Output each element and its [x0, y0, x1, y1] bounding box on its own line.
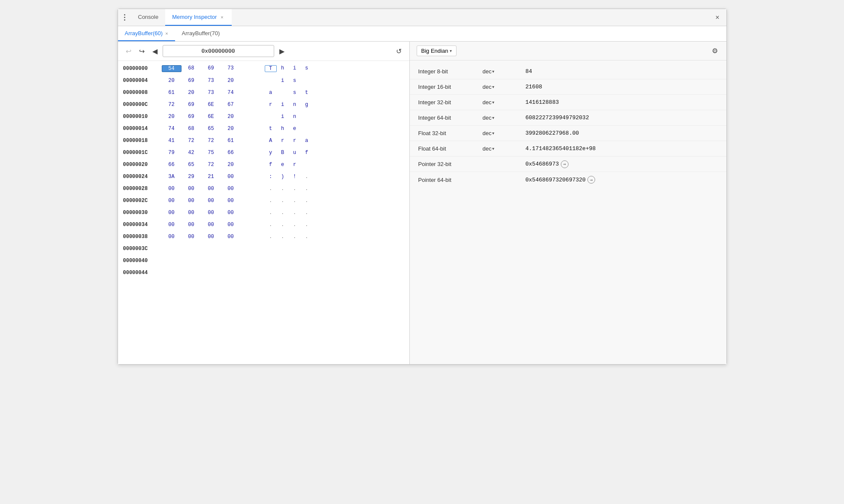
mem-byte[interactable]: 00: [182, 234, 201, 240]
refresh-button[interactable]: ↺: [393, 45, 404, 57]
mem-byte[interactable]: 74: [162, 126, 182, 132]
mem-char[interactable]: h: [277, 126, 289, 132]
mem-char[interactable]: i: [289, 65, 301, 72]
mem-char[interactable]: T: [265, 65, 277, 72]
mem-byte[interactable]: 72: [182, 138, 201, 144]
mem-byte[interactable]: 00: [221, 234, 241, 240]
forward-button[interactable]: ↪: [136, 45, 147, 57]
mem-char[interactable]: i: [277, 102, 289, 108]
mem-byte[interactable]: 73: [201, 78, 221, 84]
mem-byte[interactable]: 72: [201, 162, 221, 168]
prev-address-button[interactable]: ◀: [150, 45, 160, 57]
mem-char[interactable]: u: [289, 150, 301, 156]
mem-char[interactable]: i: [277, 114, 289, 120]
mem-byte[interactable]: 00: [221, 186, 241, 192]
tab-arraybuffer-70[interactable]: ArrayBuffer(70): [175, 26, 227, 41]
mem-char[interactable]: f: [265, 162, 277, 168]
mem-byte[interactable]: 00: [221, 222, 241, 228]
mem-byte[interactable]: 20: [221, 114, 241, 120]
mem-char[interactable]: f: [301, 150, 313, 156]
mem-byte[interactable]: 61: [162, 90, 182, 96]
mem-byte[interactable]: 00: [162, 210, 182, 216]
mem-byte[interactable]: 20: [162, 78, 182, 84]
mem-char[interactable]: [277, 90, 289, 96]
mem-char[interactable]: s: [301, 65, 313, 72]
mem-char[interactable]: .: [277, 234, 289, 240]
mem-char[interactable]: .: [265, 198, 277, 204]
mem-byte[interactable]: 00: [201, 234, 221, 240]
mem-byte[interactable]: 00: [162, 198, 182, 204]
endian-select[interactable]: Big Endian ▾: [417, 45, 457, 56]
mem-char[interactable]: e: [289, 126, 301, 132]
next-address-button[interactable]: ▶: [277, 45, 287, 57]
mem-byte[interactable]: 00: [182, 210, 201, 216]
mem-byte[interactable]: 73: [201, 90, 221, 96]
mem-byte[interactable]: 20: [221, 126, 241, 132]
value-format-int8[interactable]: dec▾: [483, 68, 517, 75]
mem-byte[interactable]: 54: [162, 65, 182, 72]
mem-char[interactable]: .: [265, 210, 277, 216]
value-format-float64[interactable]: dec▾: [483, 145, 517, 152]
mem-char[interactable]: [301, 126, 313, 132]
mem-char[interactable]: r: [265, 102, 277, 108]
mem-byte[interactable]: 68: [182, 126, 201, 132]
mem-byte[interactable]: 69: [182, 78, 201, 84]
value-format-int32[interactable]: dec▾: [483, 99, 517, 106]
mem-char[interactable]: n: [289, 102, 301, 108]
mem-char[interactable]: r: [277, 138, 289, 144]
mem-byte[interactable]: 65: [201, 126, 221, 132]
mem-char[interactable]: .: [265, 234, 277, 240]
mem-byte[interactable]: 00: [182, 186, 201, 192]
mem-byte[interactable]: 00: [221, 174, 241, 180]
value-format-float32[interactable]: dec▾: [483, 130, 517, 136]
mem-byte[interactable]: 69: [201, 65, 221, 72]
mem-byte[interactable]: 00: [201, 198, 221, 204]
mem-byte[interactable]: 20: [162, 114, 182, 120]
mem-byte[interactable]: 72: [201, 138, 221, 144]
mem-char[interactable]: .: [301, 174, 313, 180]
mem-char[interactable]: r: [289, 138, 301, 144]
mem-byte[interactable]: 68: [182, 65, 201, 72]
mem-char[interactable]: .: [277, 198, 289, 204]
mem-byte[interactable]: 66: [221, 150, 241, 156]
mem-char[interactable]: a: [301, 138, 313, 144]
mem-char[interactable]: .: [289, 234, 301, 240]
mem-char[interactable]: .: [301, 210, 313, 216]
mem-char[interactable]: t: [301, 90, 313, 96]
mem-byte[interactable]: 21: [201, 174, 221, 180]
mem-char[interactable]: .: [277, 222, 289, 228]
mem-char[interactable]: h: [277, 65, 289, 72]
mem-byte[interactable]: 41: [162, 138, 182, 144]
tab-arraybuffer-60[interactable]: ArrayBuffer(60) ×: [118, 26, 175, 41]
menu-dots-button[interactable]: [121, 12, 128, 22]
mem-byte[interactable]: 42: [182, 150, 201, 156]
back-button[interactable]: ↩: [123, 45, 134, 57]
mem-char[interactable]: [301, 114, 313, 120]
mem-char[interactable]: .: [301, 222, 313, 228]
mem-byte[interactable]: 74: [221, 90, 241, 96]
mem-char[interactable]: [265, 114, 277, 120]
window-close-button[interactable]: ×: [712, 12, 723, 23]
settings-button[interactable]: ⚙: [710, 45, 720, 57]
mem-byte[interactable]: 20: [182, 90, 201, 96]
mem-char[interactable]: g: [301, 102, 313, 108]
tab-console[interactable]: Console: [131, 9, 166, 26]
mem-char[interactable]: !: [289, 174, 301, 180]
mem-char[interactable]: .: [277, 186, 289, 192]
mem-byte[interactable]: 3A: [162, 174, 182, 180]
mem-byte[interactable]: 00: [221, 210, 241, 216]
mem-byte[interactable]: 6E: [201, 102, 221, 108]
mem-char[interactable]: y: [265, 150, 277, 156]
mem-byte[interactable]: 00: [201, 222, 221, 228]
mem-char[interactable]: e: [277, 162, 289, 168]
mem-char[interactable]: .: [277, 210, 289, 216]
mem-char[interactable]: .: [301, 198, 313, 204]
mem-byte[interactable]: 00: [182, 198, 201, 204]
mem-char[interactable]: ): [277, 174, 289, 180]
mem-byte[interactable]: 65: [182, 162, 201, 168]
mem-byte[interactable]: 73: [221, 65, 241, 72]
address-input[interactable]: [163, 45, 274, 57]
pointer-navigate-button[interactable]: ⇒: [587, 176, 595, 184]
mem-byte[interactable]: 00: [182, 222, 201, 228]
mem-char[interactable]: r: [289, 162, 301, 168]
